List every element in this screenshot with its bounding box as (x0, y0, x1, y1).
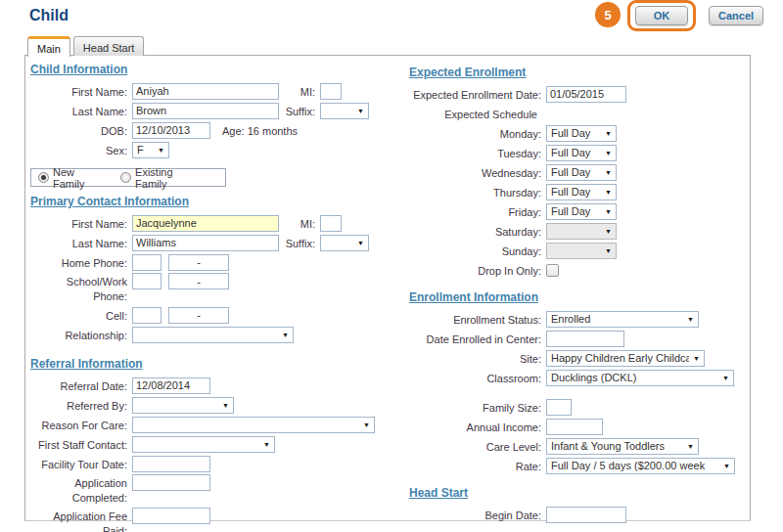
school-work-phone-area-input[interactable] (132, 273, 161, 289)
home-phone-area-input[interactable] (132, 254, 161, 271)
contact-last-name-label: Last Name: (26, 235, 132, 251)
contact-first-name-input[interactable] (132, 215, 279, 232)
dropdown-arrow-icon: ▼ (282, 332, 289, 338)
dropdown-arrow-icon: ▼ (605, 189, 612, 196)
site-row: Site: Happy Children Early Childcare ▼ (397, 349, 748, 367)
site-select[interactable]: Happy Children Early Childcare ▼ (546, 350, 705, 367)
sunday-select[interactable]: ▼ (546, 243, 617, 259)
saturday-label: Saturday: (397, 223, 546, 240)
drop-in-only-checkbox[interactable] (546, 264, 559, 277)
family-type-group: New Family Existing Family (30, 168, 226, 187)
referral-date-label: Referral Date: (26, 377, 132, 394)
facility-tour-date-input[interactable] (132, 456, 210, 472)
referred-by-row: Referred By: ▼ (26, 396, 406, 414)
first-staff-contact-select[interactable]: ▼ (132, 436, 275, 453)
application-fee-paid-row: Application Fee Paid: (26, 508, 406, 532)
drop-in-only-label: Drop In Only: (397, 262, 546, 279)
rate-value: Full Day / 5 days ($200.00 week (551, 460, 719, 471)
application-completed-row: Application Completed: (26, 474, 406, 506)
existing-family-radio[interactable] (120, 172, 131, 183)
drop-in-only-row: Drop In Only: (397, 261, 748, 279)
home-phone-number-input[interactable] (168, 254, 229, 271)
child-age-text: Age: 16 months (222, 123, 298, 137)
rate-label: Rate: (397, 458, 546, 474)
annual-income-label: Annual Income: (397, 419, 546, 435)
cell-phone-label: Cell: (26, 307, 132, 324)
school-work-phone-number-input[interactable] (168, 273, 229, 289)
classroom-select[interactable]: Ducklings (DCKL) ▼ (546, 370, 734, 386)
contact-first-name-label: First Name: (26, 215, 132, 232)
ok-button[interactable]: OK (635, 6, 688, 25)
dropdown-arrow-icon: ▼ (357, 108, 364, 114)
tuesday-row: Tuesday: Full Day ▼ (397, 144, 748, 161)
child-suffix-label: Suffix: (279, 103, 320, 119)
dropdown-arrow-icon: ▼ (605, 169, 612, 176)
child-first-name-input[interactable] (132, 83, 279, 100)
dropdown-arrow-icon: ▼ (605, 130, 612, 137)
child-dob-input[interactable] (132, 122, 210, 139)
tuesday-select[interactable]: Full Day ▼ (546, 145, 617, 161)
form-panel: Child Information First Name: MI: Last N… (24, 55, 751, 521)
child-sex-select[interactable]: F ▼ (132, 142, 169, 158)
reason-for-care-select[interactable]: ▼ (132, 417, 375, 433)
begin-date-row: Begin Date: (397, 506, 748, 523)
contact-suffix-select[interactable]: ▼ (320, 235, 369, 251)
dropdown-arrow-icon: ▼ (263, 441, 270, 448)
annual-income-input[interactable] (546, 419, 603, 435)
classroom-label: Classroom: (397, 370, 546, 386)
dropdown-arrow-icon: ▼ (222, 402, 229, 409)
section-enrollment-information: Enrollment Information (409, 290, 748, 304)
rate-select[interactable]: Full Day / 5 days ($200.00 week ▼ (546, 458, 735, 474)
classroom-row: Classroom: Ducklings (DCKL) ▼ (397, 369, 748, 386)
friday-row: Friday: Full Day ▼ (397, 202, 748, 220)
contact-mi-input[interactable] (320, 215, 342, 232)
contact-last-name-input[interactable] (132, 235, 279, 251)
enrollment-status-row: Enrollment Status: Enrolled ▼ (397, 310, 748, 328)
contact-last-name-row: Last Name: Suffix: ▼ (26, 234, 406, 251)
child-sex-row: Sex: F ▼ (26, 141, 406, 158)
application-fee-paid-input[interactable] (132, 508, 210, 524)
family-size-input[interactable] (546, 399, 572, 416)
relationship-select[interactable]: ▼ (132, 327, 294, 343)
tab-main[interactable]: Main (27, 36, 70, 57)
expected-schedule-label: Expected Schedule (397, 106, 546, 122)
classroom-value: Ducklings (DCKL) (551, 372, 718, 383)
tab-bar: Main Head Start (27, 36, 144, 57)
begin-date-input[interactable] (546, 507, 626, 523)
expected-enrollment-date-input[interactable] (546, 86, 626, 103)
enrollment-status-value: Enrolled (551, 313, 683, 325)
child-mi-input[interactable] (320, 83, 342, 100)
tab-head-start[interactable]: Head Start (73, 36, 145, 56)
monday-select[interactable]: Full Day ▼ (546, 125, 617, 142)
dropdown-arrow-icon: ▼ (605, 247, 612, 254)
application-fee-paid-label: Application Fee Paid: (26, 508, 132, 532)
home-phone-row: Home Phone: (26, 253, 406, 271)
child-last-name-input[interactable] (132, 103, 279, 119)
saturday-select[interactable]: ▼ (546, 223, 617, 240)
friday-select[interactable]: Full Day ▼ (546, 203, 617, 220)
care-level-select[interactable]: Infant & Young Toddlers ▼ (546, 438, 699, 455)
referral-date-input[interactable] (132, 377, 210, 394)
cell-phone-area-input[interactable] (132, 307, 161, 324)
begin-date-label: Begin Date: (397, 507, 546, 523)
thursday-label: Thursday: (397, 184, 546, 200)
step-badge: 5 (595, 2, 621, 27)
section-head-start: Head Start (409, 486, 748, 500)
new-family-radio[interactable] (38, 172, 49, 183)
enrollment-status-select[interactable]: Enrolled ▼ (546, 311, 699, 328)
contact-suffix-label: Suffix: (279, 235, 320, 251)
child-last-name-row: Last Name: Suffix: ▼ (26, 102, 406, 119)
referred-by-select[interactable]: ▼ (132, 397, 234, 414)
child-mi-label: MI: (279, 83, 320, 100)
cancel-button[interactable]: Cancel (709, 6, 763, 25)
application-completed-input[interactable] (132, 474, 210, 491)
date-enrolled-input[interactable] (546, 331, 624, 347)
sunday-row: Sunday: ▼ (397, 242, 748, 259)
cell-phone-number-input[interactable] (168, 307, 229, 324)
section-child-information: Child Information (30, 63, 406, 76)
child-suffix-select[interactable]: ▼ (320, 103, 369, 119)
dropdown-arrow-icon: ▼ (723, 463, 730, 469)
wednesday-select[interactable]: Full Day ▼ (546, 164, 617, 181)
monday-row: Monday: Full Day ▼ (397, 124, 748, 142)
thursday-select[interactable]: Full Day ▼ (546, 184, 617, 200)
